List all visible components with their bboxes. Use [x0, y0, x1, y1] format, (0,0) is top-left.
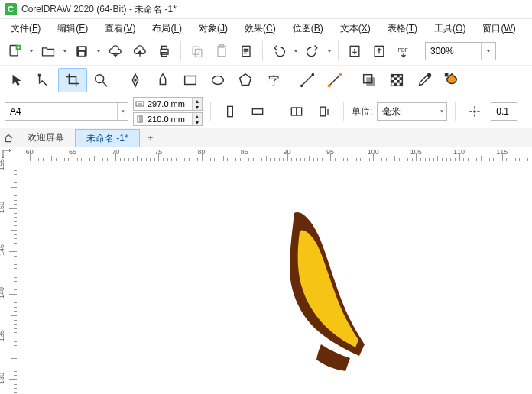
svg-rect-16 — [38, 74, 41, 77]
cloud-open-button[interactable] — [104, 40, 127, 63]
artistic-media-tool[interactable] — [149, 69, 177, 92]
shape-tool[interactable] — [31, 69, 58, 92]
orientation-portrait[interactable] — [219, 100, 242, 123]
new-dropdown[interactable] — [28, 48, 35, 54]
page-height-spinner[interactable]: ▲▼ — [133, 112, 203, 126]
undo-button[interactable] — [268, 40, 290, 63]
export-button[interactable] — [368, 40, 391, 63]
units-dropdown[interactable] — [436, 103, 446, 120]
menu-bar: 文件(F) 编辑(E) 查看(V) 布局(L) 对象(J) 效果(C) 位图(B… — [0, 19, 532, 37]
ellipse-tool[interactable] — [204, 69, 232, 92]
crop-tool[interactable] — [58, 68, 87, 92]
svg-point-46 — [474, 110, 476, 112]
menu-edit[interactable]: 编辑(E) — [50, 20, 96, 37]
page-dimensions: ▲▼ ▲▼ — [133, 97, 203, 126]
svg-rect-33 — [391, 80, 394, 83]
menu-tools[interactable]: 工具(O) — [427, 20, 473, 37]
clipboard-button[interactable] — [235, 40, 258, 63]
current-page-button[interactable] — [313, 100, 336, 123]
new-button[interactable] — [3, 40, 26, 63]
connector-tool[interactable] — [321, 69, 349, 92]
svg-rect-36 — [400, 83, 403, 86]
page-size-dropdown[interactable] — [117, 103, 128, 120]
separator — [352, 70, 352, 90]
copy-button[interactable] — [186, 40, 209, 63]
zoom-level-combo[interactable] — [425, 42, 496, 60]
separator — [338, 41, 339, 61]
rectangle-tool[interactable] — [177, 69, 204, 92]
canvas[interactable] — [17, 161, 532, 394]
separator — [262, 41, 263, 61]
open-button[interactable] — [37, 40, 60, 63]
down-btn[interactable]: ▼ — [192, 104, 202, 110]
import-button[interactable] — [343, 40, 366, 63]
nudge-icon — [463, 100, 486, 123]
menu-bitmap[interactable]: 位图(B) — [285, 20, 331, 37]
menu-effects[interactable]: 效果(C) — [237, 20, 284, 37]
redo-button[interactable] — [301, 40, 324, 63]
menu-view[interactable]: 查看(V) — [97, 20, 143, 37]
ruler-v-label: 150 — [0, 202, 5, 213]
transparency-tool[interactable] — [383, 69, 410, 92]
menu-text[interactable]: 文本(X) — [332, 20, 378, 37]
eyedropper-tool[interactable] — [410, 69, 438, 92]
separator — [420, 41, 420, 61]
svg-point-20 — [212, 76, 224, 85]
menu-layout[interactable]: 布局(L) — [144, 20, 190, 37]
parallel-dimension-tool[interactable] — [294, 69, 321, 92]
freehand-tool[interactable] — [122, 69, 149, 92]
units-combo[interactable] — [377, 102, 447, 121]
menu-file[interactable]: 文件(F) — [3, 20, 48, 37]
redo-dropdown[interactable] — [326, 48, 333, 54]
menu-window[interactable]: 窗口(W) — [475, 20, 523, 37]
ruler-horizontal[interactable]: 6065707580859095100105110115 — [17, 147, 532, 162]
ruler-vertical[interactable]: 155150145140135130 — [0, 161, 18, 394]
svg-rect-43 — [291, 108, 297, 115]
cloud-save-button[interactable] — [128, 40, 151, 63]
paste-button[interactable] — [210, 40, 233, 63]
open-dropdown[interactable] — [61, 48, 69, 54]
save-dropdown[interactable] — [95, 48, 102, 54]
up-btn[interactable]: ▲ — [192, 113, 202, 119]
page-width-input[interactable] — [146, 98, 192, 109]
undo-dropdown[interactable] — [292, 48, 300, 54]
svg-rect-42 — [252, 109, 262, 115]
print-button[interactable] — [153, 40, 176, 63]
home-tab-icon[interactable] — [0, 130, 17, 147]
up-btn[interactable]: ▲ — [192, 98, 202, 104]
page-size-combo[interactable] — [5, 102, 128, 121]
svg-rect-31 — [394, 77, 397, 80]
publish-pdf-button[interactable]: PDF — [392, 40, 415, 63]
down-btn[interactable]: ▼ — [192, 119, 202, 125]
standard-toolbar: PDF — [0, 37, 532, 65]
text-tool[interactable]: 字 — [259, 69, 287, 92]
menu-object[interactable]: 对象(J) — [191, 20, 235, 37]
all-pages-button[interactable] — [285, 100, 308, 123]
svg-rect-38 — [445, 73, 449, 77]
drop-shadow-tool[interactable] — [355, 69, 383, 92]
tab-document[interactable]: 未命名 -1* — [75, 129, 140, 147]
interactive-fill-tool[interactable] — [438, 69, 466, 92]
svg-rect-27 — [366, 77, 375, 86]
page-height-input[interactable] — [146, 114, 192, 124]
pick-tool[interactable] — [3, 69, 31, 92]
svg-rect-6 — [162, 46, 167, 49]
menu-table[interactable]: 表格(T) — [380, 20, 425, 37]
page-width-spinner[interactable]: ▲▼ — [133, 97, 203, 111]
separator — [343, 102, 344, 121]
polygon-tool[interactable] — [232, 69, 259, 92]
svg-rect-3 — [79, 47, 85, 50]
orientation-landscape[interactable] — [246, 100, 269, 123]
zoom-dropdown[interactable] — [481, 43, 495, 60]
nudge-input[interactable] — [491, 104, 522, 119]
zoom-tool[interactable] — [87, 69, 115, 92]
tab-welcome[interactable]: 欢迎屏幕 — [17, 129, 75, 147]
page-size-input[interactable] — [5, 104, 117, 119]
tab-add[interactable]: + — [140, 129, 161, 147]
zoom-input[interactable] — [426, 44, 481, 59]
drawing-artwork — [17, 161, 532, 394]
nudge-distance[interactable] — [491, 102, 517, 121]
save-button[interactable] — [70, 40, 93, 63]
svg-rect-29 — [391, 75, 394, 78]
units-input[interactable] — [378, 104, 436, 119]
